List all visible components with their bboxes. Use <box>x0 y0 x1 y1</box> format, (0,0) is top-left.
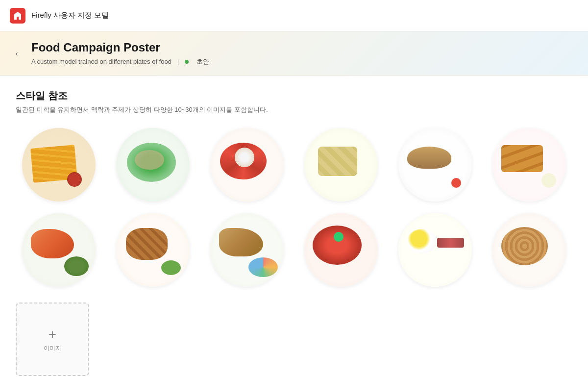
plate-sticks <box>492 128 566 202</box>
meta-divider: | <box>177 58 179 65</box>
add-label: 이미지 <box>44 344 61 353</box>
section-desc: 일관된 미학을 유지하면서 맥락과 주제가 상당히 다양한 10~30개의 이미… <box>16 105 572 114</box>
add-icon: + <box>49 327 56 342</box>
campaign-banner: ‹ Food Campaign Poster A custom model tr… <box>0 31 588 76</box>
food-item-redpasta[interactable] <box>298 213 384 287</box>
food-item-chicken[interactable] <box>110 213 196 287</box>
plate-salmon <box>22 213 96 287</box>
food-item-fries[interactable] <box>16 128 102 202</box>
bottom-row: + 이미지 <box>16 303 572 376</box>
status-dot <box>185 60 189 64</box>
plate-salad <box>116 128 190 202</box>
plate-fish <box>398 128 472 202</box>
app-header: Firefly 사용자 지정 모델 <box>0 0 588 31</box>
section-title: 스타일 참조 <box>16 89 572 102</box>
plate-ravioli <box>304 128 378 202</box>
app-logo <box>10 8 25 24</box>
plate-grillfish <box>210 213 284 287</box>
food-item-shells[interactable] <box>486 213 572 287</box>
add-image-button[interactable]: + 이미지 <box>16 303 89 376</box>
campaign-meta: A custom model trained on different plat… <box>31 57 576 66</box>
food-grid <box>16 128 572 287</box>
food-item-grillfish[interactable] <box>204 213 290 287</box>
back-button[interactable]: ‹ <box>10 47 24 60</box>
plate-chicken <box>116 213 190 287</box>
food-item-sticks[interactable] <box>486 128 572 202</box>
plate-eggs <box>398 213 472 287</box>
plate-spaghetti <box>210 128 284 202</box>
header-title: Firefly 사용자 지정 모델 <box>31 11 109 20</box>
main-content: 스타일 참조 일관된 미학을 유지하면서 맥락과 주제가 상당히 다양한 10~… <box>0 76 588 380</box>
campaign-desc: A custom model trained on different plat… <box>31 58 172 65</box>
food-item-salmon[interactable] <box>16 213 102 287</box>
plate-fries <box>22 128 96 202</box>
plate-shells <box>492 213 566 287</box>
status-label: 초안 <box>196 57 209 66</box>
campaign-title: Food Campaign Poster <box>31 41 576 54</box>
food-item-fish[interactable] <box>392 128 478 202</box>
food-item-salad[interactable] <box>110 128 196 202</box>
food-item-ravioli[interactable] <box>298 128 384 202</box>
food-item-spaghetti[interactable] <box>204 128 290 202</box>
campaign-info: Food Campaign Poster A custom model trai… <box>31 41 576 66</box>
food-item-eggs[interactable] <box>392 213 478 287</box>
plate-redpasta <box>304 213 378 287</box>
